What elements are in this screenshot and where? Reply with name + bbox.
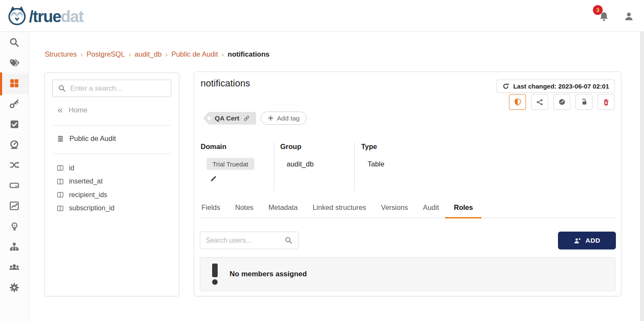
scrollbar-track[interactable]: [640, 32, 644, 321]
app-header: /truedat 3: [0, 0, 644, 32]
notification-count-badge: 3: [593, 5, 603, 15]
type-value: Table: [368, 160, 384, 168]
tab-notes[interactable]: Notes: [235, 201, 253, 218]
exclamation-icon: [212, 264, 218, 285]
owl-logo-icon: [6, 5, 28, 29]
group-label: Group: [280, 143, 302, 151]
database-icon: [57, 135, 64, 143]
permissions-shield-button[interactable]: [509, 94, 526, 110]
page-title: notifications: [201, 78, 250, 89]
field-item-id[interactable]: id: [57, 161, 175, 175]
breadcrumb: Structures › PostgreSQL › audit_db › Pub…: [45, 50, 270, 58]
delete-button[interactable]: [598, 94, 615, 110]
sidebar-item-lineage[interactable]: [0, 155, 29, 176]
sidebar-item-quality[interactable]: [0, 135, 29, 155]
add-member-label: ADD: [585, 237, 600, 244]
tab-metadata[interactable]: Metadata: [268, 201, 298, 218]
tree-home-link[interactable]: « Home: [58, 106, 87, 114]
field-item-recipient-ids[interactable]: recipient_ids: [57, 188, 175, 202]
tree-parent-label: Public de Audit: [69, 135, 116, 143]
add-member-button[interactable]: ADD: [558, 232, 616, 249]
field-label: recipient_ids: [69, 191, 107, 199]
empty-members-alert: No members assigned: [200, 257, 615, 291]
app-window: /truedat 3: [0, 0, 644, 321]
home-label: Home: [69, 106, 87, 114]
user-icon: [623, 17, 635, 23]
chevron-right-icon: ›: [80, 51, 83, 58]
field-label: inserted_at: [69, 178, 103, 185]
sidebar-item-tags[interactable]: [0, 53, 29, 74]
field-label: subscription_id: [69, 204, 115, 212]
users-icon: [9, 261, 20, 274]
divider: [52, 125, 171, 126]
unlock-button[interactable]: [575, 94, 592, 110]
brand-wordmark: /truedat: [29, 8, 83, 26]
tab-roles[interactable]: Roles: [445, 201, 481, 218]
tag-row: QA Cert Add tag: [203, 112, 307, 125]
structure-tag[interactable]: QA Cert: [203, 112, 256, 125]
structure-detail-panel: notifications Last changed: 2023-06-07 0…: [194, 72, 621, 296]
search-icon: [9, 37, 20, 49]
sidebar-item-dashboards[interactable]: [0, 196, 29, 217]
breadcrumb-system[interactable]: PostgreSQL: [86, 50, 125, 58]
share-button[interactable]: [531, 94, 548, 110]
quality-gauge-button[interactable]: [553, 94, 570, 110]
table-columns-icon: [57, 191, 64, 198]
sidebar-item-structures[interactable]: [0, 74, 29, 94]
tab-linked-structures[interactable]: Linked structures: [313, 201, 366, 218]
notifications-bell-button[interactable]: 3: [596, 9, 612, 25]
table-columns-icon: [57, 205, 64, 212]
breadcrumb-database[interactable]: audit_db: [135, 50, 161, 58]
user-menu-button[interactable]: [621, 9, 636, 25]
breadcrumb-current: notifications: [228, 50, 270, 58]
plus-icon: [268, 115, 273, 121]
gauge-icon: [9, 139, 20, 151]
tree-search-box: [52, 80, 171, 97]
sidebar-item-tasks[interactable]: [0, 115, 29, 135]
divider: [274, 142, 274, 191]
breadcrumb-structures[interactable]: Structures: [45, 50, 77, 58]
last-changed-label: Last changed: 2023-06-07 02:01: [513, 83, 609, 90]
field-list: id inserted_at recipient_ids subscriptio…: [57, 161, 175, 215]
share-icon: [536, 98, 543, 106]
tab-fields[interactable]: Fields: [201, 201, 220, 218]
divider: [52, 154, 171, 154]
gear-icon: [9, 282, 20, 294]
search-icon: [285, 236, 293, 244]
add-tag-button[interactable]: Add tag: [261, 112, 307, 125]
chart-line-icon: [9, 201, 20, 212]
sidebar-item-taxonomy[interactable]: [0, 237, 29, 258]
field-item-subscription-id[interactable]: subscription_id: [57, 202, 175, 215]
edit-domain-button[interactable]: [210, 175, 217, 183]
sidebar-item-settings[interactable]: [0, 278, 29, 298]
check-square-icon: [9, 119, 20, 131]
tab-versions[interactable]: Versions: [381, 201, 408, 218]
user-search-input[interactable]: [206, 237, 281, 244]
sidebar-item-groups[interactable]: [0, 258, 29, 278]
sidebar-item-sources[interactable]: [0, 176, 29, 196]
breadcrumb-schema[interactable]: Public de Audit: [171, 50, 218, 58]
tab-audit[interactable]: Audit: [423, 201, 439, 218]
search-icon: [58, 84, 66, 92]
table-columns-icon: [57, 178, 64, 185]
truedat-logo[interactable]: /truedat: [6, 5, 83, 29]
key-icon: [9, 98, 20, 110]
last-changed-button[interactable]: Last changed: 2023-06-07 02:01: [497, 80, 615, 93]
domain-label: Domain: [201, 143, 227, 151]
domain-value-button[interactable]: Trial Truedat: [207, 158, 254, 170]
empty-members-message: No members assigned: [230, 270, 307, 278]
grid-icon: [9, 78, 20, 90]
field-item-inserted-at[interactable]: inserted_at: [57, 175, 175, 189]
user-plus-icon: [573, 237, 581, 245]
tree-search-input[interactable]: [70, 84, 166, 92]
sitemap-icon: [9, 241, 20, 253]
sidebar-item-permissions[interactable]: [0, 94, 29, 115]
table-columns-icon: [57, 164, 64, 172]
sidebar-item-insights[interactable]: [0, 217, 29, 237]
tree-parent-item[interactable]: Public de Audit: [57, 135, 116, 143]
link-icon: [243, 115, 250, 122]
tags-icon: [9, 57, 20, 69]
shuffle-icon: [9, 160, 20, 172]
user-search-box: [200, 232, 299, 249]
sidebar-item-search[interactable]: [0, 33, 29, 53]
